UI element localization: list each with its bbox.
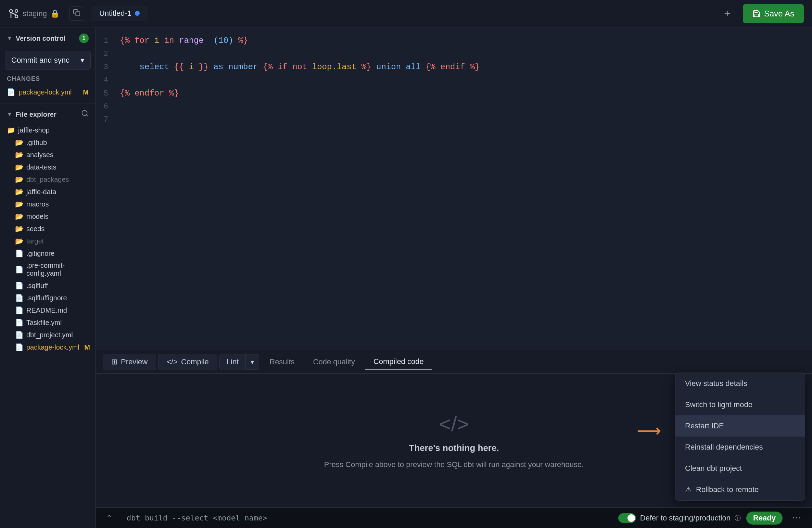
tree-item-readme[interactable]: 📄 README.md [0,304,96,316]
tree-item-sqlfluffignore[interactable]: 📄 .sqlfluffignore [0,292,96,304]
preview-icon: ⊞ [111,357,117,366]
tree-item-precommit[interactable]: 📄 .pre-commit-config.yaml [0,260,96,279]
file-icon: 📄 [15,306,24,314]
folder-icon: 📂 [15,138,24,147]
tree-item-macros[interactable]: 📂 macros [0,198,96,210]
file-icon: 📄 [15,249,24,257]
tab-untitled-1[interactable]: Untitled-1 [91,6,148,21]
context-menu-item-switch-light[interactable]: Switch to light mode [675,394,805,415]
tree-item-package-lock[interactable]: 📄 package-lock.yml M [0,341,96,353]
code-line-5: 5 {% endfor %} [96,87,812,100]
folder-icon: 📂 [15,175,24,184]
code-quality-label: Code quality [313,357,355,366]
context-menu-item-restart-ide[interactable]: Restart IDE [675,415,805,437]
git-icon [8,8,19,19]
tree-item-seeds[interactable]: 📂 seeds [0,223,96,235]
context-menu-item-rollback[interactable]: ⚠ Rollback to remote [675,479,805,500]
folder-icon: 📂 [15,163,24,171]
app-container: staging 🔒 Untitled-1 + Save As [0,0,812,528]
switch-light-label: Switch to light mode [685,400,752,409]
sidebar: ▼ Version control 1 Commit and sync ▾ Ch… [0,27,96,528]
branch-name: staging [23,9,47,18]
save-as-button[interactable]: Save As [743,4,804,23]
status-command: dbt build --select <model_name> [121,514,613,522]
bottom-tabs-bar: ⊞ Preview </> Compile Lint ▾ Results [96,350,812,374]
file-search-button[interactable] [81,110,89,119]
arrow-indicator: ⟶ [637,421,661,441]
lock-icon: 🔒 [50,9,60,18]
file-explorer-header: ▼ File explorer [0,103,96,124]
lint-tab-group: Lint ▾ [219,354,259,370]
folder-icon: 📂 [15,188,24,196]
compile-icon: </> [167,357,178,366]
more-options-button[interactable]: ⋯ [788,511,805,525]
tab-lint[interactable]: Lint [219,354,246,370]
context-menu-item-view-status[interactable]: View status details [675,373,805,394]
version-control-badge: 1 [79,34,89,43]
commit-chevron: ▾ [80,56,84,65]
commit-dropdown[interactable]: Commit and sync ▾ [5,51,91,70]
compile-label: Compile [181,357,209,366]
svg-point-2 [15,10,18,12]
tree-item-dbt-packages[interactable]: 📂 dbt_packages [0,173,96,186]
context-menu-item-reinstall[interactable]: Reinstall dependencies [675,437,805,458]
add-tab-button[interactable]: + [719,6,736,21]
editor-container[interactable]: 1 {% for i in range (10) %} 2 3 select {… [96,27,812,350]
tree-item-models[interactable]: 📂 models [0,210,96,223]
file-icon: 📄 [15,294,24,302]
version-control-chevron: ▼ [7,35,12,41]
tree-item-taskfile[interactable]: 📄 Taskfile.yml [0,316,96,329]
branch-info: staging 🔒 [8,8,60,19]
tree-item-gitignore[interactable]: 📄 .gitignore [0,247,96,260]
folder-icon: 📂 [15,237,24,245]
changes-label: Changes [0,73,96,85]
empty-state-title: There's nothing here. [409,443,499,453]
changed-file-name: package-lock.yml [19,88,72,96]
tab-compiled-code[interactable]: Compiled code [365,354,432,370]
code-line-6: 6 [96,100,812,113]
commit-label: Commit and sync [11,56,69,65]
context-menu-item-clean[interactable]: Clean dbt project [675,458,805,479]
tree-item-dbt-project[interactable]: 📄 dbt_project.yml [0,329,96,341]
compiled-code-label: Compiled code [373,357,424,366]
tab-preview[interactable]: ⊞ Preview [103,354,156,370]
results-label: Results [269,357,294,366]
file-modified-badge: M [84,343,90,351]
tree-item-github[interactable]: 📂 .github [0,136,96,149]
copy-button[interactable] [69,7,84,21]
svg-rect-5 [76,12,80,16]
file-tree-root[interactable]: 📁 jaffle-shop [0,124,96,136]
tab-name: Untitled-1 [99,9,131,18]
version-control-header[interactable]: ▼ Version control 1 [0,27,96,48]
tab-results[interactable]: Results [261,354,303,370]
file-explorer-chevron: ▼ [7,111,12,117]
lint-dropdown-button[interactable]: ▾ [246,354,259,370]
tab-compile[interactable]: </> Compile [158,354,217,370]
svg-point-1 [10,10,12,12]
tree-item-jaffle-data[interactable]: 📂 jaffle-data [0,186,96,198]
file-icon: 📄 [15,331,24,339]
status-chevron-up-button[interactable]: ⌃ [103,512,116,524]
tree-item-analyses[interactable]: 📂 analyses [0,149,96,161]
tree-item-sqlfluff[interactable]: 📄 .sqlfluff [0,279,96,292]
save-as-label: Save As [764,9,794,18]
tab-unsaved-dot [135,11,140,16]
svg-point-6 [82,111,87,116]
ready-badge: Ready [746,512,783,525]
svg-line-7 [86,115,88,116]
defer-toggle-switch[interactable] [618,513,636,523]
root-folder-icon: 📁 [7,126,15,134]
svg-line-4 [11,12,16,15]
root-folder-name: jaffle-shop [18,126,50,134]
tree-item-target[interactable]: 📂 target [0,235,96,247]
file-explorer-title-text: File explorer [16,111,56,118]
changed-file-item[interactable]: 📄 package-lock.yml M [0,85,96,99]
folder-icon: 📂 [15,151,24,159]
defer-info-icon[interactable]: ⓘ [735,514,741,522]
clean-label: Clean dbt project [685,464,742,473]
tree-item-data-tests[interactable]: 📂 data-tests [0,161,96,173]
toggle-knob [627,514,635,522]
defer-toggle-group: Defer to staging/production ⓘ [618,513,741,523]
tab-code-quality[interactable]: Code quality [305,354,363,370]
code-editor[interactable]: 1 {% for i in range (10) %} 2 3 select {… [96,31,812,350]
